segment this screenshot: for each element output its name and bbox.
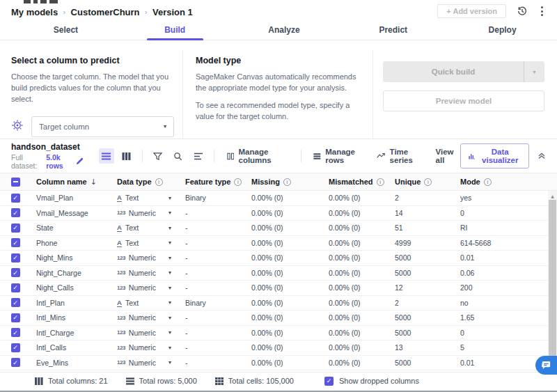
clipped-logo [24,0,58,3]
edit-pencil-icon[interactable] [76,157,84,166]
row-checkbox[interactable]: ✓ [11,358,20,367]
mode-cell: yes [455,194,548,202]
chat-bubble-icon [542,361,551,370]
column-name-cell: Night_Calls [31,283,111,292]
chevron-down-icon: ▾ [168,345,171,351]
quick-build-button[interactable]: Quick build [383,61,524,82]
history-icon[interactable] [516,5,528,17]
row-checkbox[interactable]: ✓ [11,238,20,247]
header-feature-type: Feature typei [180,178,246,186]
info-icon[interactable]: i [234,178,242,186]
data-type-icon: A [117,239,122,247]
header-column-name[interactable]: Column name↓ [31,178,111,187]
preview-model-button[interactable]: Preview model [383,91,544,111]
data-type-select[interactable]: A Text ▾ [111,299,180,307]
manage-columns-button[interactable]: Manage columns [227,148,292,164]
info-icon[interactable]: i [377,178,384,186]
missing-cell: 0.00% (0) [246,224,323,232]
data-type-select[interactable]: 123 Numeric ▾ [111,329,180,337]
select-all-checkbox[interactable] [11,178,20,187]
tab-analyze[interactable]: Analyze [230,19,339,40]
data-type-select[interactable]: A Text ▾ [111,239,180,247]
row-checkbox[interactable]: ✓ [11,253,20,262]
add-version-button[interactable]: + Add version [437,4,506,18]
scroll-up-arrow[interactable]: ▲ [548,191,557,198]
view-all-button[interactable]: View all [436,148,460,164]
data-type-select[interactable]: 123 Numeric ▾ [111,359,180,367]
mode-cell: 200 [455,283,548,292]
sagemaker-canvas-window: My models › CustomerChurn › Version 1 + … [0,0,557,392]
time-series-button[interactable]: Time series [377,148,425,164]
show-dropped-columns-toggle[interactable]: ✓ Show dropped columns [324,377,419,386]
info-icon[interactable]: i [283,178,291,186]
target-column-dropdown[interactable]: Target column ▾ [31,116,174,137]
info-icon[interactable]: i [424,178,432,186]
vertical-scrollbar[interactable]: ▲ [548,191,557,370]
manage-rows-button[interactable]: Manage rows [313,148,367,164]
breadcrumb-my-models[interactable]: My models [11,7,58,17]
mode-cell: 5 [455,343,548,352]
rows-count-link[interactable]: 5.0k rows [46,153,73,170]
data-type-select[interactable]: A Text ▾ [111,194,180,202]
chevron-down-icon: ▾ [168,210,171,216]
mode-cell: 0 [455,209,548,217]
mode-cell: 1.65 [455,313,548,322]
row-checkbox[interactable]: ✓ [11,268,20,277]
quick-build-caret[interactable]: ▾ [524,61,544,82]
kebab-menu-icon[interactable] [538,6,546,16]
list-view-button[interactable] [99,148,114,164]
mode-cell: 614-5668 [455,239,548,247]
tab-predict[interactable]: Predict [338,19,448,40]
breadcrumb-version: Version 1 [152,7,193,17]
unique-cell: 4999 [389,239,455,247]
row-checkbox[interactable]: ✓ [11,224,20,233]
row-checkbox[interactable]: ✓ [11,313,20,322]
row-checkbox[interactable]: ✓ [11,298,20,307]
top-bar: My models › CustomerChurn › Version 1 + … [0,0,557,19]
data-type-select[interactable]: 123 Numeric ▾ [111,313,180,322]
model-panel-title: Model type [196,56,360,65]
row-checkbox[interactable]: ✓ [11,343,20,352]
dataset-info: handson_dataset Full dataset: 5.0k rows [11,142,84,170]
info-icon[interactable]: i [155,178,163,186]
row-checkbox[interactable]: ✓ [11,194,20,203]
chevron-down-icon: ▾ [168,359,171,366]
grid-view-button[interactable] [119,148,134,164]
row-checkbox[interactable]: ✓ [11,208,20,217]
data-type-select[interactable]: A Text ▾ [111,224,180,232]
sort-list-icon[interactable] [191,148,206,164]
chat-widget-button[interactable] [535,356,557,375]
collapse-panel-icon[interactable] [538,150,546,162]
data-type-icon: 123 [117,329,125,336]
topbar-actions: + Add version [437,4,546,18]
breadcrumb: My models › CustomerChurn › Version 1 [11,7,193,17]
mismatched-cell: 0.00% (0) [323,299,389,307]
model-type-panel: Model type SageMaker Canvas automaticall… [183,50,372,139]
filter-icon[interactable] [150,148,166,164]
search-icon[interactable] [171,148,186,164]
unique-cell: 51 [389,224,455,232]
data-visualizer-button[interactable]: Data visualizer [460,143,529,168]
full-dataset-label: Full dataset: [11,153,43,170]
table-row: ✓ Vmail_Message 123 Numeric ▾ - 0.00% (0… [0,206,548,221]
mismatched-cell: 0.00% (0) [323,194,389,202]
column-name-cell: Vmail_Plan [31,194,111,202]
scrollbar-thumb[interactable] [549,200,556,359]
data-type-select[interactable]: 123 Numeric ▾ [111,253,180,262]
tab-build[interactable]: Build [120,19,230,40]
row-checkbox[interactable]: ✓ [11,328,20,337]
unique-cell: 13 [389,343,455,352]
show-dropped-checkbox[interactable]: ✓ [324,377,334,386]
breadcrumb-model-name[interactable]: CustomerChurn [71,7,140,17]
data-type-select[interactable]: 123 Numeric ▾ [111,283,180,292]
table-row: ✓ Intl_Charge 123 Numeric ▾ - 0.00% (0) … [0,326,548,341]
mismatched-cell: 0.00% (0) [323,209,389,217]
tab-deploy[interactable]: Deploy [448,19,557,40]
data-type-icon: 123 [117,269,125,276]
row-checkbox[interactable]: ✓ [11,283,20,292]
data-type-select[interactable]: 123 Numeric ▾ [111,269,180,277]
data-type-select[interactable]: 123 Numeric ▾ [111,343,180,352]
tab-select[interactable]: Select [11,19,120,40]
info-icon[interactable]: i [484,178,492,186]
data-type-select[interactable]: 123 Numeric ▾ [111,209,180,217]
